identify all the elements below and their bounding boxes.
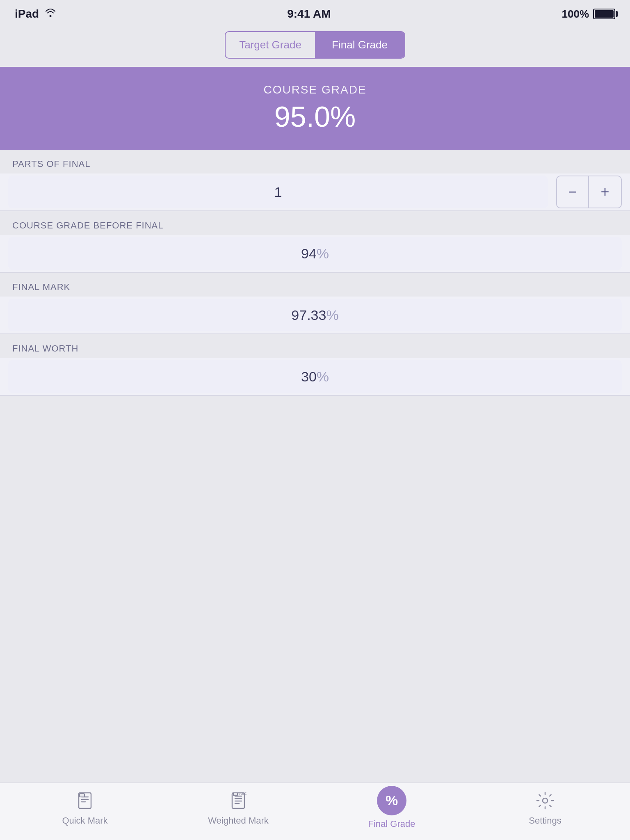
status-left: iPad [15, 7, 56, 21]
battery-percentage: 100% [562, 8, 589, 21]
settings-icon [534, 789, 557, 812]
course-grade-before-final-value: 94 [301, 246, 317, 262]
increment-button[interactable]: + [589, 176, 622, 208]
final-worth-label: FINAL WORTH [12, 343, 78, 354]
svg-rect-4 [80, 794, 84, 797]
tab-item-weighted-mark[interactable]: ABC Weighted Mark [162, 785, 315, 830]
course-grade-value: 95.0% [12, 100, 618, 133]
final-mark-label: FINAL MARK [12, 282, 70, 292]
final-worth-unit: % [317, 369, 329, 385]
course-grade-before-final-unit: % [317, 246, 329, 262]
final-grade-label: Final Grade [368, 819, 415, 829]
course-grade-before-final-row: 94% [0, 235, 630, 272]
weighted-mark-icon: ABC [227, 789, 250, 812]
tab-item-settings[interactable]: Settings [468, 785, 622, 830]
svg-point-12 [543, 798, 548, 803]
weighted-mark-label: Weighted Mark [208, 815, 269, 826]
parts-of-final-row: 1 − + [0, 173, 630, 210]
final-worth-display[interactable]: 30% [8, 360, 622, 393]
course-grade-label: COURSE GRADE [12, 83, 618, 96]
tab-target-grade[interactable]: Target Grade [226, 32, 315, 58]
content: PARTS OF FINAL 1 − + COURSE GRADE BEFORE… [0, 150, 630, 783]
device-name: iPad [15, 7, 39, 21]
status-right: 100% [562, 8, 616, 21]
tab-final-grade[interactable]: Final Grade [315, 32, 404, 58]
final-mark-display[interactable]: 97.33% [8, 299, 622, 331]
parts-of-final-label: PARTS OF FINAL [12, 159, 90, 169]
final-mark-unit: % [326, 307, 338, 323]
settings-label: Settings [529, 815, 562, 826]
tab-item-quick-mark[interactable]: Quick Mark [8, 785, 162, 830]
course-grade-before-final-display[interactable]: 94% [8, 237, 622, 270]
svg-text:ABC: ABC [239, 792, 247, 796]
final-mark-row: 97.33% [0, 297, 630, 333]
final-worth-value: 30 [301, 369, 317, 385]
quick-mark-label: Quick Mark [62, 815, 107, 826]
final-grade-icon: % [377, 786, 406, 815]
final-worth-section: FINAL WORTH [0, 334, 630, 358]
svg-rect-10 [233, 793, 237, 796]
final-mark-value: 97.33 [291, 307, 326, 323]
final-worth-row: 30% [0, 358, 630, 395]
final-mark-section: FINAL MARK [0, 273, 630, 297]
separator-4 [0, 395, 630, 396]
status-bar: iPad 9:41 AM 100% [0, 0, 630, 25]
time-display: 9:41 AM [287, 7, 331, 21]
tab-bar: Quick Mark ABC Weighted Mark % Final Gra… [0, 783, 630, 840]
parts-of-final-section: PARTS OF FINAL [0, 150, 630, 173]
quick-mark-icon [73, 789, 96, 812]
segment-control-wrapper: Target Grade Final Grade [0, 25, 630, 67]
wifi-icon [45, 8, 56, 20]
stepper-group: − + [556, 176, 622, 208]
segment-control: Target Grade Final Grade [225, 31, 405, 59]
parts-of-final-display: 1 [8, 176, 548, 208]
course-grade-before-final-section: COURSE GRADE BEFORE FINAL [0, 211, 630, 235]
tab-item-final-grade[interactable]: % Final Grade [315, 782, 468, 833]
parts-of-final-value: 1 [274, 184, 282, 200]
course-grade-banner: COURSE GRADE 95.0% [0, 67, 630, 150]
decrement-button[interactable]: − [556, 176, 589, 208]
course-grade-before-final-label: COURSE GRADE BEFORE FINAL [12, 220, 164, 231]
battery-icon [593, 9, 615, 19]
